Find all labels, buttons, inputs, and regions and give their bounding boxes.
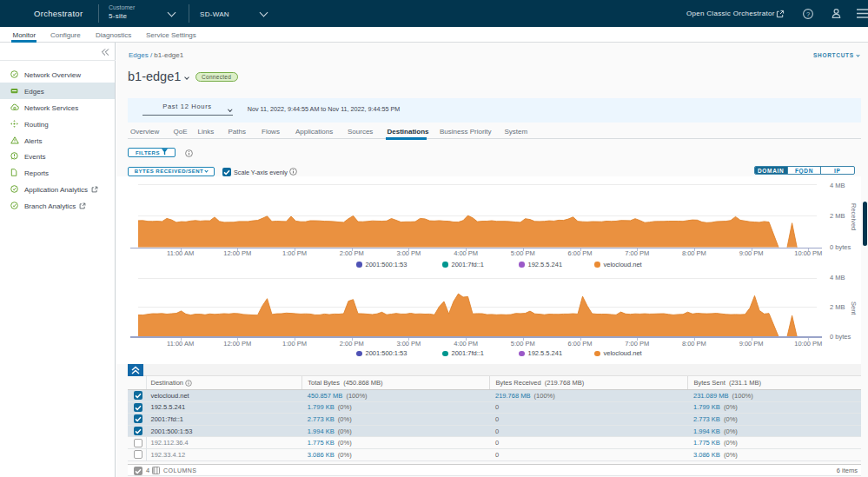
svg-text:?: ? (806, 10, 810, 17)
